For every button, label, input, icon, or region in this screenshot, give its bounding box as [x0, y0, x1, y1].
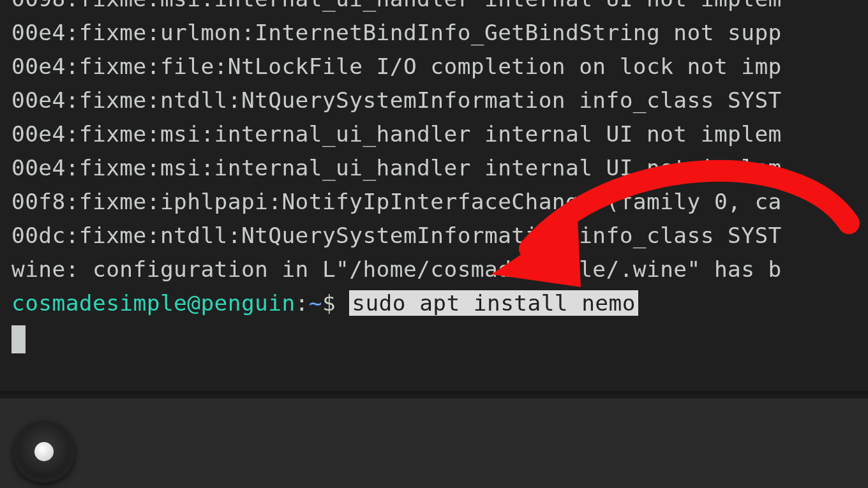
app-launcher-button[interactable]: [13, 420, 75, 483]
terminal-line: wine: configuration in L"/home/cosmadesi…: [11, 253, 868, 286]
terminal-line: 0098:fixme:msi:internal_ui_handler inter…: [11, 0, 868, 16]
terminal-line: 00e4:fixme:ntdll:NtQuerySystemInformatio…: [11, 84, 868, 117]
terminal-line: 00dc:fixme:ntdll:NtQuerySystemInformatio…: [11, 219, 868, 253]
terminal-line: 00e4:fixme:msi:internal_ui_handler inter…: [11, 151, 868, 185]
prompt-path: ~: [309, 290, 322, 316]
prompt-separator: :: [296, 290, 309, 316]
terminal-window[interactable]: 0098:fixme:msi:internal_ui_handler inter…: [0, 0, 868, 399]
terminal-line: 00f8:fixme:iphlpapi:NotifyIpInterfaceCha…: [11, 185, 868, 219]
prompt-user-host: cosmadesimple@penguin: [11, 290, 296, 316]
prompt-dollar: $: [322, 290, 349, 316]
typed-command[interactable]: sudo apt install nemo: [349, 290, 638, 316]
launcher-icon: [34, 442, 54, 461]
terminal-output: 0098:fixme:msi:internal_ui_handler inter…: [11, 0, 868, 320]
terminal-line: 00e4:fixme:file:NtLockFile I/O completio…: [11, 50, 868, 84]
terminal-line: 00e4:fixme:urlmon:InternetBindInfo_GetBi…: [11, 16, 868, 50]
terminal-prompt-line[interactable]: cosmadesimple@penguin:~$ sudo apt instal…: [11, 286, 868, 320]
terminal-line: 00e4:fixme:msi:internal_ui_handler inter…: [11, 117, 868, 151]
system-shelf: [0, 399, 868, 488]
terminal-cursor: [11, 325, 26, 353]
